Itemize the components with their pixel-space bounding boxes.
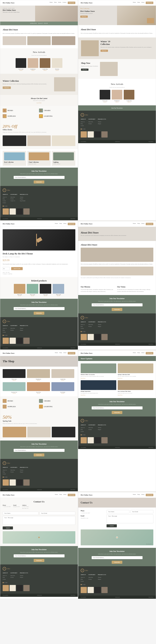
nav-product-about[interactable]: About bbox=[63, 223, 66, 225]
related-card-3[interactable]: Clip Lamp $24.99 bbox=[40, 284, 51, 296]
nav-shop-about[interactable]: About bbox=[63, 352, 66, 354]
nav-contact2-home[interactable]: Home bbox=[133, 494, 136, 496]
view-cart-button[interactable]: View Cart bbox=[68, 2, 75, 4]
shop-cat-desks[interactable]: DESKS bbox=[3, 398, 39, 404]
pbn-product-1[interactable]: Accessibility bbox=[3, 347, 8, 348]
product-card[interactable]: Notebook $14.99 bbox=[52, 58, 62, 71]
blog-card-4[interactable]: New Arrivals This Week Check out what's … bbox=[118, 380, 153, 396]
pbn-about-2[interactable]: Authorized bbox=[115, 344, 120, 345]
footer-dot-r-1[interactable] bbox=[81, 128, 82, 130]
pbn-blog-3[interactable]: Read More bbox=[148, 447, 153, 448]
nav-contact-link[interactable]: Contact bbox=[63, 2, 66, 4]
nav-about-link[interactable]: About bbox=[58, 2, 61, 4]
pbn-accessibility[interactable]: Accessibility bbox=[3, 218, 8, 219]
pbn-shop-1[interactable]: Accessibility bbox=[3, 489, 8, 490]
nav-shop-home[interactable]: Home bbox=[55, 352, 58, 354]
product-card[interactable]: Headphones $49.99 bbox=[28, 58, 38, 71]
footer-product-dot-3[interactable] bbox=[6, 335, 7, 336]
winter-r-btn[interactable]: Shop Now bbox=[101, 50, 108, 52]
nav-home-link[interactable]: Home bbox=[50, 2, 53, 4]
latest-link[interactable]: Learn More bbox=[3, 102, 75, 104]
footer-contact-dot-2[interactable] bbox=[5, 582, 6, 583]
nav-product-cart[interactable]: View Cart bbox=[68, 223, 75, 225]
nav-contact-cart[interactable]: View Cart bbox=[68, 494, 75, 496]
newsletter-product-input[interactable] bbox=[14, 307, 64, 310]
nav-contact-shop[interactable]: Shop bbox=[59, 494, 62, 496]
footer-product-dot-1[interactable] bbox=[3, 335, 4, 336]
product-r-1[interactable]: Desk Lamp $29.99 bbox=[100, 90, 110, 102]
newsletter-shop-input[interactable] bbox=[14, 449, 64, 452]
pbn-contact-2[interactable]: Authorized bbox=[37, 595, 42, 596]
footer-dot-2[interactable] bbox=[5, 206, 6, 207]
featured-item-3[interactable]: Lighting Modern lighting bbox=[52, 151, 75, 166]
blog-card-2[interactable]: Spring Collection 2020 Our new spring co… bbox=[118, 364, 153, 379]
footer-about-dot-2[interactable] bbox=[83, 331, 84, 332]
category-lighting[interactable]: 💡 LIGHTING bbox=[39, 113, 75, 119]
pbn-r-read-more[interactable]: Read More bbox=[148, 141, 153, 142]
nav-shop-cart[interactable]: View Cart bbox=[68, 352, 75, 354]
winter-shop-btn[interactable]: Shop Now bbox=[3, 86, 11, 89]
footer-dot-3[interactable] bbox=[6, 206, 7, 207]
shop-now-btn[interactable]: Shop Now bbox=[81, 68, 89, 71]
pbn-contact2-2[interactable]: Authorized bbox=[115, 596, 120, 598]
newsletter-btn[interactable]: Subscribe bbox=[34, 180, 44, 184]
footer-blog-dot-2[interactable] bbox=[83, 434, 84, 436]
blog-card-3[interactable]: Design Inspiration Get inspired by our c… bbox=[81, 380, 116, 396]
footer-contact-dot-3[interactable] bbox=[6, 582, 7, 583]
related-card-2[interactable]: Floor Lamp $59.99 bbox=[27, 284, 38, 296]
category-supplies[interactable]: ✏️ SUPPLIES bbox=[3, 113, 39, 119]
pbn-r-accessibility[interactable]: Accessibility bbox=[81, 141, 86, 142]
footer-shop-dot-2[interactable] bbox=[5, 476, 6, 478]
category-chairs[interactable]: 🪑 CHAIRS bbox=[39, 108, 75, 113]
shop-card-5[interactable]: Wood Tray $34.99 bbox=[27, 382, 50, 394]
blog-link-3[interactable]: Read More bbox=[81, 394, 116, 396]
newsletter-contact-input[interactable] bbox=[14, 554, 64, 558]
shop-card-4[interactable]: Notebook Set $14.99 bbox=[3, 382, 26, 394]
contact-message-input[interactable] bbox=[3, 516, 75, 525]
contact-name-input[interactable] bbox=[3, 512, 38, 515]
shop-card-6[interactable]: Pen Holder $19.99 bbox=[51, 382, 74, 394]
footer-contact2-dot-3[interactable] bbox=[84, 584, 85, 585]
newsletter-input[interactable] bbox=[14, 176, 64, 179]
footer-shop-dot-3[interactable] bbox=[6, 476, 7, 478]
nav-about-r-link[interactable]: About bbox=[141, 2, 144, 4]
hero-cta-r[interactable]: Shop Now bbox=[80, 16, 88, 18]
contact2-name[interactable] bbox=[107, 510, 129, 513]
featured-item-1[interactable]: Desk Collection Premium desks bbox=[3, 151, 26, 166]
nav-shop-link[interactable]: Shop bbox=[54, 2, 56, 4]
pbn-about-1[interactable]: Accessibility bbox=[81, 344, 86, 345]
pbn-blog-1[interactable]: Accessibility bbox=[81, 447, 86, 448]
pbn-authorized[interactable]: Authorized bbox=[37, 218, 42, 219]
nav-contact2-shop[interactable]: Shop bbox=[137, 494, 140, 496]
shop-cat-supplies[interactable]: SUPPLIES bbox=[3, 404, 39, 410]
related-card-1[interactable]: Wall Lamp $19.99 bbox=[14, 284, 25, 296]
pbn-product-2[interactable]: Authorized bbox=[37, 347, 42, 348]
nav-contact2-cart[interactable]: View Cart bbox=[146, 494, 153, 496]
footer-dot-1[interactable] bbox=[3, 206, 4, 207]
quantity-input[interactable] bbox=[3, 267, 10, 270]
blog-card-1[interactable]: Modern Office Accessories Discover the l… bbox=[81, 364, 116, 379]
product-card[interactable]: Desk Lamp $29.99 bbox=[16, 58, 26, 71]
footer-about-dot-3[interactable] bbox=[84, 331, 85, 332]
nav-contact-home[interactable]: Home bbox=[55, 494, 58, 496]
pbn-blog-2[interactable]: Authorized bbox=[115, 447, 120, 448]
pbn-contact-1[interactable]: Accessibility bbox=[3, 595, 8, 596]
nav-blog-about[interactable]: About bbox=[141, 352, 144, 354]
nav-blog-home[interactable]: Home bbox=[133, 352, 136, 354]
pbn-about-3[interactable]: Read More bbox=[148, 344, 153, 345]
nav-about-shop[interactable]: Shop bbox=[137, 223, 140, 225]
nav-home-r-link[interactable]: Home bbox=[133, 2, 136, 4]
pbn-read-more[interactable]: Read More bbox=[70, 218, 75, 219]
shop-card-3[interactable]: Leather Bag $89.99 bbox=[51, 369, 74, 381]
pbn-r-authorized[interactable]: Authorized bbox=[115, 141, 120, 142]
newsletter-product-btn[interactable]: Subscribe bbox=[34, 312, 44, 315]
contact2-submit[interactable]: Submit bbox=[107, 524, 117, 527]
newsletter-contact2-btn[interactable]: Subscribe bbox=[112, 561, 122, 564]
newsletter-shop-btn[interactable]: Subscribe bbox=[34, 454, 44, 456]
category-desks[interactable]: 🪑 DESKS bbox=[3, 108, 39, 113]
product-r-2[interactable]: Headphones $49.99 bbox=[112, 90, 122, 102]
nav-contact-about[interactable]: About bbox=[63, 494, 66, 496]
product-card[interactable]: Leather Bag $89.99 bbox=[40, 58, 50, 71]
newsletter-blog-input[interactable] bbox=[92, 406, 142, 410]
footer-dot-r-3[interactable] bbox=[84, 128, 85, 130]
